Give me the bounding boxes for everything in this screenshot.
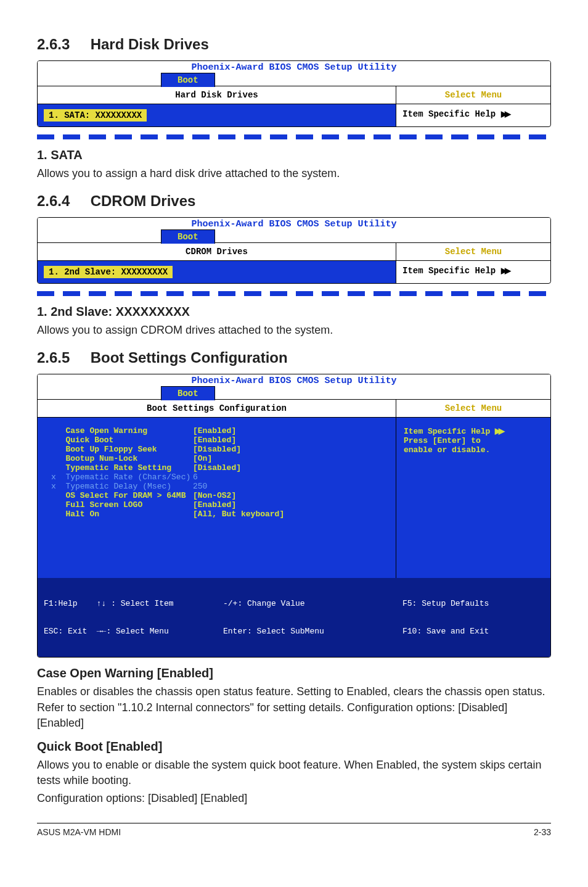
- setting-row[interactable]: Case Open Warning[Enabled]: [51, 426, 388, 435]
- setting-key: Halt On: [51, 510, 193, 519]
- bios-panel-boot-settings: Phoenix-Award BIOS CMOS Setup Utility Bo…: [37, 374, 551, 658]
- setting-value: [Disabled]: [193, 463, 241, 472]
- heading-263: 2.6.3 Hard Disk Drives: [37, 36, 551, 53]
- item-help-label: Item Specific Help: [404, 427, 495, 436]
- bios-tab-row: Boot: [38, 229, 550, 243]
- setting-key: x Typematic Rate (Chars/Sec): [51, 472, 193, 482]
- fast-forward-icon: ▶▶: [501, 109, 508, 118]
- page-footer: ASUS M2A-VM HDMI 2-33: [37, 823, 551, 837]
- hdd-selected-item[interactable]: 1. SATA: XXXXXXXXX: [44, 109, 147, 122]
- sata-heading: 1. SATA: [37, 148, 551, 162]
- setting-value: [Enabled]: [193, 435, 236, 445]
- footer-col-1: F1:Help ↑↓ : Select Item ESC: Exit →←: S…: [44, 580, 223, 654]
- setting-value: 6: [193, 472, 198, 482]
- select-menu-label: Select Menu: [396, 243, 550, 261]
- hdd-list-area: 1. SATA: XXXXXXXXX: [38, 104, 396, 126]
- setting-key: Full Screen LOGO: [51, 500, 193, 510]
- fast-forward-icon: ▶▶: [495, 426, 502, 435]
- setting-row[interactable]: Boot Up Floppy Seek[Disabled]: [51, 445, 388, 454]
- heading-264: 2.6.4 CDROM Drives: [37, 192, 551, 210]
- setting-row: x Typematic Rate (Chars/Sec) 6: [51, 472, 388, 482]
- footer-change-value: -/+: Change Value: [223, 599, 402, 608]
- heading-264-num: 2.6.4: [37, 192, 86, 210]
- slave-heading: 1. 2nd Slave: XXXXXXXXX: [37, 305, 551, 319]
- item-help-label: Item Specific Help: [402, 109, 501, 119]
- bios-panel-hdd: Phoenix-Award BIOS CMOS Setup Utility Bo…: [37, 60, 551, 127]
- setting-row: x Typematic Delay (Msec) 250: [51, 482, 388, 491]
- setting-value: [On]: [193, 454, 212, 463]
- bios-title: Phoenix-Award BIOS CMOS Setup Utility: [38, 61, 550, 73]
- setting-value: [Non-OS2]: [193, 491, 236, 500]
- dashed-divider: [37, 134, 551, 139]
- heading-263-num: 2.6.3: [37, 36, 86, 53]
- setting-value: [Enabled]: [193, 500, 236, 510]
- footer-exit-select-menu: ESC: Exit →←: Select Menu: [44, 627, 223, 636]
- sata-text: Allows you to assign a hard disk drive a…: [37, 166, 551, 181]
- setting-key: x Typematic Delay (Msec): [51, 482, 193, 491]
- bios-tab-boot[interactable]: Boot: [161, 229, 215, 244]
- case-open-heading: Case Open Warning [Enabled]: [37, 666, 551, 680]
- bios-footer-bar: F1:Help ↑↓ : Select Item ESC: Exit →←: S…: [38, 578, 550, 657]
- setting-key: Bootup Num-Lock: [51, 454, 193, 463]
- bios-tab-boot[interactable]: Boot: [161, 386, 215, 400]
- heading-263-title: Hard Disk Drives: [91, 36, 209, 52]
- footer-setup-defaults: F5: Setup Defaults: [402, 599, 544, 608]
- select-menu-label: Select Menu: [396, 86, 550, 104]
- cdrom-list-area: 1. 2nd Slave: XXXXXXXXX: [38, 261, 396, 283]
- setting-row[interactable]: Quick Boot[Enabled]: [51, 435, 388, 445]
- setting-value: 250: [193, 482, 207, 491]
- setting-value: [All, But keyboard]: [193, 510, 284, 519]
- bios-tab-boot[interactable]: Boot: [161, 73, 215, 87]
- footer-help-select-item: F1:Help ↑↓ : Select Item: [44, 599, 223, 608]
- heading-264-title: CDROM Drives: [91, 192, 196, 209]
- setting-row[interactable]: Typematic Rate Setting[Disabled]: [51, 463, 388, 472]
- heading-265-title: Boot Settings Configuration: [91, 349, 288, 366]
- setting-value: [Enabled]: [193, 426, 236, 435]
- item-help-area: Item Specific Help ▶▶: [396, 104, 550, 125]
- setting-row[interactable]: OS Select For DRAM > 64MB[Non-OS2]: [51, 491, 388, 500]
- dashed-divider: [37, 291, 551, 296]
- footer-col-2: -/+: Change Value Enter: Select SubMenu: [223, 580, 402, 654]
- setting-key: Case Open Warning: [51, 426, 193, 435]
- setting-row[interactable]: Full Screen LOGO[Enabled]: [51, 500, 388, 510]
- bios-title: Phoenix-Award BIOS CMOS Setup Utility: [38, 374, 550, 386]
- footer-page-number: 2-33: [534, 827, 551, 837]
- heading-265-num: 2.6.5: [37, 349, 86, 366]
- bios-tab-row: Boot: [38, 73, 550, 86]
- setting-row[interactable]: Halt On[All, But keyboard]: [51, 510, 388, 519]
- bios-title: Phoenix-Award BIOS CMOS Setup Utility: [38, 218, 550, 229]
- select-menu-label: Select Menu: [396, 400, 550, 418]
- boot-settings-panel-title: Boot Settings Configuration: [38, 400, 396, 418]
- cdrom-panel-title: CDROM Drives: [38, 243, 396, 261]
- setting-key: Boot Up Floppy Seek: [51, 445, 193, 454]
- setting-row[interactable]: Bootup Num-Lock[On]: [51, 454, 388, 463]
- cdrom-selected-item[interactable]: 1. 2nd Slave: XXXXXXXXX: [44, 266, 173, 278]
- footer-col-3: F5: Setup Defaults F10: Save and Exit: [402, 580, 544, 654]
- case-open-text: Enables or disables the chassis open sta…: [37, 684, 551, 731]
- setting-value: [Disabled]: [193, 445, 241, 454]
- quick-boot-heading: Quick Boot [Enabled]: [37, 740, 551, 754]
- footer-select-submenu: Enter: Select SubMenu: [223, 627, 402, 636]
- hdd-panel-title: Hard Disk Drives: [38, 86, 396, 104]
- slave-text: Allows you to assign CDROM drives attach…: [37, 323, 551, 338]
- setting-key: Typematic Rate Setting: [51, 463, 193, 472]
- setting-key: Quick Boot: [51, 435, 193, 445]
- boot-settings-list: Case Open Warning[Enabled] Quick Boot[En…: [38, 418, 396, 578]
- bios-tab-row: Boot: [38, 386, 550, 400]
- heading-265: 2.6.5 Boot Settings Configuration: [37, 349, 551, 366]
- footer-product: ASUS M2A-VM HDMI: [37, 827, 121, 837]
- item-help-label: Item Specific Help: [402, 266, 501, 276]
- quick-boot-text-1: Allows you to enable or disable the syst…: [37, 757, 551, 788]
- quick-boot-text-2: Configuration options: [Disabled] [Enabl…: [37, 791, 551, 806]
- bios-panel-cdrom: Phoenix-Award BIOS CMOS Setup Utility Bo…: [37, 217, 551, 284]
- help-line-2: Press [Enter] to: [404, 436, 543, 445]
- setting-key: OS Select For DRAM > 64MB: [51, 491, 193, 500]
- help-line-3: enable or disable.: [404, 445, 543, 455]
- fast-forward-icon: ▶▶: [501, 266, 508, 275]
- item-help-panel: Item Specific Help ▶▶ Press [Enter] to e…: [396, 418, 550, 578]
- item-help-area: Item Specific Help ▶▶: [396, 261, 550, 282]
- footer-save-exit: F10: Save and Exit: [402, 627, 544, 636]
